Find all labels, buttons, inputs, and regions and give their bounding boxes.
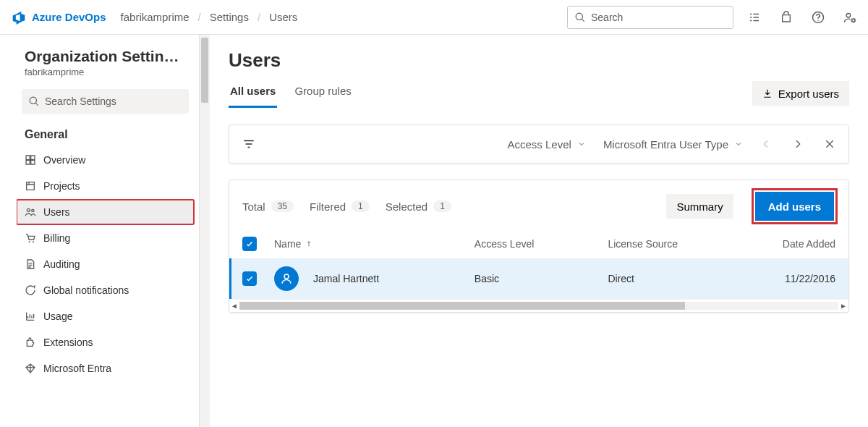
grid-icon [25, 154, 36, 166]
chart-icon [25, 310, 36, 322]
work-items-icon[interactable] [748, 11, 761, 24]
help-icon[interactable] [812, 11, 825, 24]
sidebar-title: Organization Settin… [25, 48, 186, 65]
sidebar-item-usage[interactable]: Usage [16, 303, 195, 329]
user-settings-icon[interactable] [843, 11, 856, 24]
document-icon [25, 258, 36, 270]
table-header: Name Access Level License Source Date Ad… [229, 232, 848, 258]
sidebar-item-label: Usage [43, 310, 72, 322]
download-icon [762, 88, 773, 98]
add-users-highlight: Add users [754, 190, 835, 222]
breadcrumb-users[interactable]: Users [265, 8, 302, 26]
sidebar-item-extensions[interactable]: Extensions [16, 329, 195, 355]
sidebar: Organization Settin… fabrikamprime Searc… [12, 35, 200, 427]
scroll-right-icon[interactable]: ► [838, 300, 848, 312]
breadcrumb-settings[interactable]: Settings [205, 8, 253, 26]
check-icon [245, 240, 254, 248]
stat-filtered-count: 1 [352, 200, 370, 212]
table-horizontal-scrollbar[interactable]: ◄ ► [229, 299, 848, 312]
sidebar-item-label: Microsoft Entra [43, 363, 111, 374]
stat-total-count: 35 [271, 200, 294, 212]
scrollbar-thumb[interactable] [239, 302, 685, 310]
sidebar-item-label: Auditing [43, 258, 80, 270]
user-name: Jamal Hartnett [313, 273, 379, 284]
tabs: All users Group rules [229, 79, 353, 108]
table-row[interactable]: Jamal Hartnett Basic Direct 11/22/2016 [229, 258, 848, 299]
user-access: Basic [475, 273, 608, 284]
scroll-left-icon[interactable]: ◄ [229, 300, 239, 312]
select-all-checkbox[interactable] [242, 237, 257, 251]
person-icon [280, 272, 293, 285]
chevron-down-icon [577, 140, 586, 148]
svg-point-1 [817, 20, 819, 21]
sidebar-list: Overview Projects Users Billing Auditing… [12, 145, 199, 383]
tab-group-rules[interactable]: Group rules [293, 79, 352, 108]
tab-all-users[interactable]: All users [229, 79, 277, 108]
sidebar-item-label: Extensions [43, 337, 93, 348]
chat-icon [25, 284, 36, 296]
col-name[interactable]: Name [274, 238, 475, 250]
svg-point-2 [846, 13, 851, 17]
col-date[interactable]: Date Added [741, 238, 835, 250]
filter-icon[interactable] [242, 138, 255, 151]
sidebar-item-notifications[interactable]: Global notifications [16, 277, 195, 303]
scrollbar-thumb[interactable] [201, 38, 208, 103]
breadcrumb-org[interactable]: fabrikamprime [116, 8, 194, 26]
user-date: 11/22/2016 [741, 273, 835, 284]
users-table: Total 35 Filtered 1 Selected 1 Summary A… [229, 179, 849, 313]
sidebar-item-label: Projects [43, 180, 80, 192]
page-title: Users [229, 49, 849, 72]
filter-access-level[interactable]: Access Level [508, 138, 586, 151]
entra-icon [25, 363, 36, 374]
brand[interactable]: Azure DevOps [12, 10, 106, 25]
sidebar-item-users[interactable]: Users [16, 199, 195, 225]
sidebar-item-billing[interactable]: Billing [16, 225, 195, 251]
sidebar-org: fabrikamprime [25, 67, 186, 77]
top-header: Azure DevOps fabrikamprime / Settings / … [0, 0, 868, 35]
left-gutter [0, 35, 12, 427]
sidebar-item-label: Billing [43, 232, 70, 244]
sidebar-search[interactable]: Search Settings [22, 89, 189, 114]
sidebar-item-auditing[interactable]: Auditing [16, 251, 195, 277]
check-icon [245, 274, 254, 283]
row-checkbox[interactable] [242, 271, 257, 286]
svg-point-8 [284, 274, 289, 279]
project-icon [25, 180, 36, 192]
main-content: Users All users Group rules Export users… [210, 35, 868, 427]
export-label: Export users [778, 88, 839, 100]
avatar [274, 266, 299, 291]
global-search[interactable]: Search [567, 6, 733, 29]
col-access[interactable]: Access Level [475, 238, 608, 250]
svg-point-4 [27, 208, 30, 211]
breadcrumb-sep: / [258, 11, 260, 23]
col-source[interactable]: License Source [608, 238, 741, 250]
search-icon [29, 96, 39, 106]
cart-icon [25, 232, 36, 244]
breadcrumb-sep: / [198, 11, 201, 23]
summary-button[interactable]: Summary [666, 194, 733, 219]
azure-devops-logo-icon [12, 10, 26, 25]
breadcrumb: fabrikamprime / Settings / Users [116, 8, 302, 26]
sidebar-item-overview[interactable]: Overview [16, 147, 195, 173]
stat-selected: Selected 1 [386, 200, 451, 213]
marketplace-icon[interactable] [780, 11, 793, 24]
stats-row: Total 35 Filtered 1 Selected 1 Summary A… [229, 180, 848, 232]
sort-asc-icon [305, 240, 312, 248]
sidebar-item-label: Users [43, 206, 70, 218]
close-icon[interactable] [824, 138, 835, 150]
search-icon [575, 12, 585, 22]
sidebar-item-label: Global notifications [43, 284, 129, 296]
prev-icon [760, 138, 772, 150]
sidebar-item-entra[interactable]: Microsoft Entra [16, 355, 195, 381]
sidebar-scrollbar[interactable] [200, 35, 210, 427]
users-icon [25, 206, 36, 218]
add-users-button[interactable]: Add users [755, 192, 834, 221]
filter-entra-type[interactable]: Microsoft Entra User Type [603, 138, 743, 151]
export-users-button[interactable]: Export users [752, 81, 849, 106]
sidebar-item-label: Overview [43, 154, 85, 166]
chevron-down-icon [734, 140, 743, 148]
svg-point-7 [33, 241, 34, 242]
stat-filtered: Filtered 1 [310, 200, 370, 213]
next-icon[interactable] [792, 138, 804, 150]
sidebar-item-projects[interactable]: Projects [16, 173, 195, 199]
